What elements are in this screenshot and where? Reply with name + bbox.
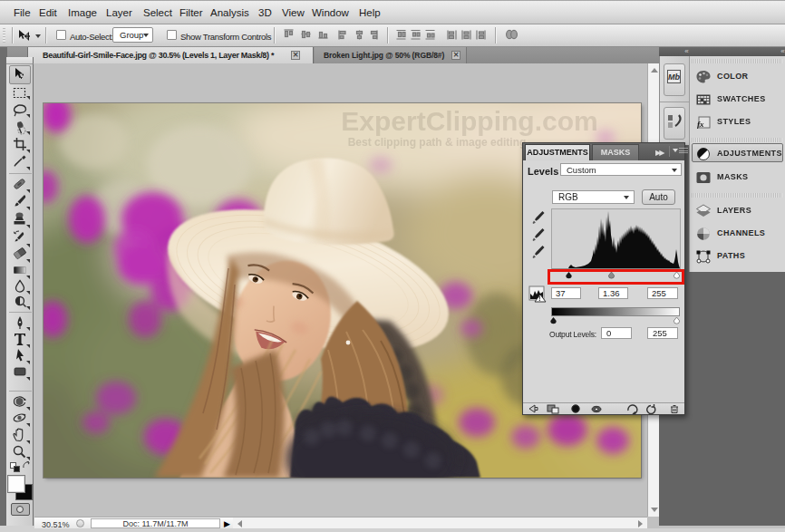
svg-text:Best clipping path & image edi: Best clipping path & image editing	[348, 136, 527, 149]
svg-text:!: !	[538, 295, 540, 302]
svg-text:ExpertClipping.com: ExpertClipping.com	[341, 106, 597, 136]
svg-text:fx: fx	[697, 120, 704, 129]
